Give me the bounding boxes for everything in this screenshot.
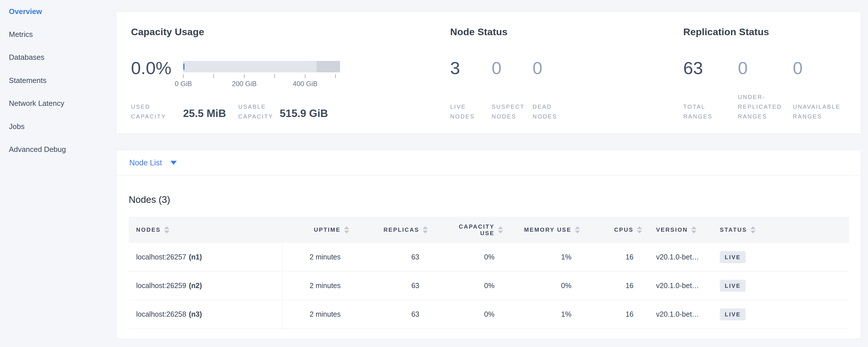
table-row: localhost:26258 (n3) 2 minutes 63 0% 1% … [129,300,849,329]
node-address-cell[interactable]: localhost:26259 (n2) [129,282,282,290]
used-capacity-label: USED CAPACITY [131,102,166,121]
capacity-use-cell: 0% [431,253,506,261]
status-cell: LIVE [707,280,849,292]
sidebar-item-metrics[interactable]: Metrics [9,29,33,39]
sidebar-item-jobs[interactable]: Jobs [9,121,25,132]
nodes-table: Nodes Uptime Replicas Capacity Use Memor… [129,217,849,329]
live-nodes-label: LIVE NODES [450,102,475,121]
uptime-cell: 2 minutes [282,253,352,261]
sort-icon [498,226,503,233]
usable-capacity-value: 515.9 GiB [280,107,328,120]
node-id: (n3) [189,310,202,318]
status-badge: LIVE [720,308,746,320]
node-address-cell[interactable]: localhost:26258 (n3) [129,310,282,318]
capacity-gauge-overflow-segment [317,61,340,72]
replicas-cell: 63 [352,310,431,318]
node-list-dropdown[interactable]: Node List [116,150,861,176]
sort-icon [691,226,696,233]
total-ranges-value: 63 [683,57,703,79]
sidebar-item-overview[interactable]: Overview [9,6,42,17]
under-replicated-ranges-value: 0 [738,57,748,79]
gauge-tick [335,74,336,78]
sidebar-item-advanced-debug[interactable]: Advanced Debug [9,144,66,155]
node-status-title: Node Status [450,26,508,38]
node-id: (n1) [189,253,202,261]
node-id: (n2) [189,282,202,290]
under-replicated-ranges-label: UNDER- REPLICATED RANGES [738,92,782,121]
column-header-version[interactable]: Version [645,217,707,243]
gauge-tick-label-400: 400 GiB [293,80,318,88]
column-header-memory-use[interactable]: Memory Use [506,217,583,243]
dead-nodes-value: 0 [532,57,542,79]
table-column-divider [282,243,283,329]
node-list-dropdown-label: Node List [129,158,162,167]
nodes-card: Node List Nodes (3) Nodes Uptime Replica… [116,150,861,339]
cluster-overview-page: Overview Metrics Databases Statements Ne… [0,0,868,347]
replicas-cell: 63 [352,282,431,290]
status-cell: LIVE [707,251,849,263]
suspect-nodes-value: 0 [492,57,501,79]
uptime-cell: 2 minutes [282,282,352,290]
capacity-usage-title: Capacity Usage [131,26,204,38]
cpus-cell: 16 [583,310,645,318]
table-row: localhost:26259 (n2) 2 minutes 63 0% 0% … [129,272,849,300]
memory-use-cell: 1% [506,253,583,261]
gauge-tick [183,74,184,78]
column-header-uptime[interactable]: Uptime [282,217,352,243]
used-capacity-value: 25.5 MiB [183,107,226,120]
table-row: localhost:26257 (n1) 2 minutes 63 0% 1% … [129,243,849,272]
capacity-gauge-used-marker [183,64,184,70]
capacity-use-cell: 0% [431,282,506,290]
status-badge: LIVE [720,280,746,292]
cpus-cell: 16 [583,282,645,290]
gauge-tick [274,74,275,78]
node-address-cell[interactable]: localhost:26257 (n1) [129,253,282,261]
sidebar-item-databases[interactable]: Databases [9,52,44,62]
unavailable-ranges-label: UNAVAILABLE RANGES [793,102,841,121]
status-badge: LIVE [720,251,746,263]
status-cell: LIVE [707,308,849,320]
nodes-table-header: Nodes Uptime Replicas Capacity Use Memor… [129,217,849,243]
cluster-summary-card: Capacity Usage 0.0% 0 GiB 200 GiB 400 Gi… [116,12,861,134]
total-ranges-label: TOTAL RANGES [683,102,712,121]
suspect-nodes-label: SUSPECT NODES [492,102,525,121]
column-header-nodes[interactable]: Nodes [129,217,282,243]
chevron-down-icon [170,161,177,165]
usable-capacity-label: USABLE CAPACITY [238,102,273,121]
sort-icon [575,226,580,233]
sidebar-item-statements[interactable]: Statements [9,75,46,86]
sort-icon [637,226,642,233]
gauge-tick-label-0: 0 GiB [175,80,192,88]
dead-nodes-label: DEAD NODES [532,102,557,121]
sort-icon [344,226,349,233]
sort-icon [750,226,755,233]
gauge-tick-label-200: 200 GiB [232,80,257,88]
capacity-percent-value: 0.0% [131,57,171,79]
uptime-cell: 2 minutes [282,310,352,318]
gauge-tick [213,74,214,78]
memory-use-cell: 1% [506,310,583,318]
live-nodes-value: 3 [450,57,460,79]
replication-status-title: Replication Status [683,26,769,38]
sort-icon [164,226,169,233]
version-cell: v20.1.0-bet… [645,310,707,318]
column-header-cpus[interactable]: CPUs [583,217,645,243]
capacity-use-cell: 0% [431,310,506,318]
gauge-tick [244,74,245,78]
cpus-cell: 16 [583,253,645,261]
unavailable-ranges-value: 0 [793,57,803,79]
nodes-section-title: Nodes (3) [129,194,170,205]
sidebar: Overview Metrics Databases Statements Ne… [0,0,116,347]
version-cell: v20.1.0-bet… [645,282,707,290]
column-header-replicas[interactable]: Replicas [352,217,431,243]
version-cell: v20.1.0-bet… [645,253,707,261]
sort-icon [423,226,428,233]
column-header-capacity-use[interactable]: Capacity Use [431,217,506,243]
replicas-cell: 63 [352,253,431,261]
column-header-status[interactable]: Status [707,217,849,243]
sidebar-item-network-latency[interactable]: Network Latency [9,98,64,108]
memory-use-cell: 0% [506,282,583,290]
gauge-tick [305,74,305,78]
capacity-gauge [183,61,340,72]
